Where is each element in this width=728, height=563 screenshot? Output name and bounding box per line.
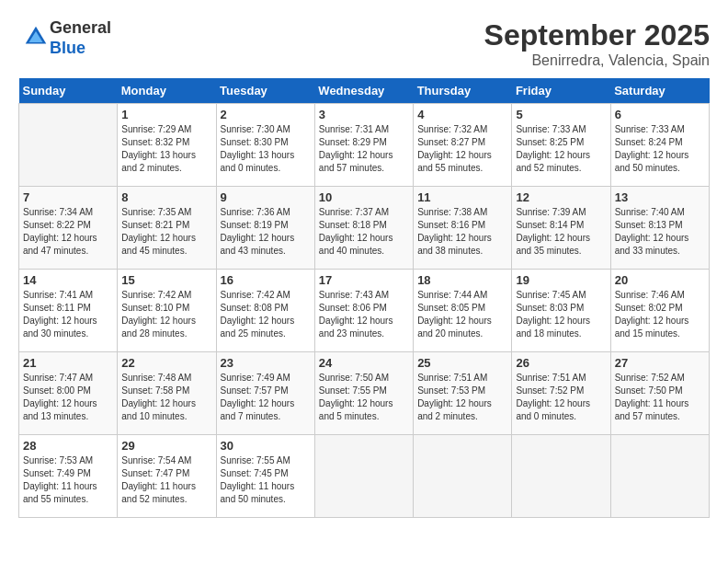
day-info: Sunrise: 7:54 AM Sunset: 7:47 PM Dayligh…	[121, 454, 211, 506]
day-of-week-thursday: Thursday	[414, 78, 512, 104]
day-info: Sunrise: 7:46 AM Sunset: 8:02 PM Dayligh…	[615, 289, 705, 340]
calendar-cell: 2Sunrise: 7:30 AM Sunset: 8:30 PM Daylig…	[216, 104, 314, 187]
day-info: Sunrise: 7:37 AM Sunset: 8:18 PM Dayligh…	[319, 206, 409, 258]
calendar-cell: 24Sunrise: 7:50 AM Sunset: 7:55 PM Dayli…	[314, 352, 413, 435]
calendar-cell: 23Sunrise: 7:49 AM Sunset: 7:57 PM Dayli…	[216, 352, 314, 435]
day-info: Sunrise: 7:49 AM Sunset: 7:57 PM Dayligh…	[221, 372, 311, 423]
day-number: 25	[417, 356, 507, 370]
day-info: Sunrise: 7:32 AM Sunset: 8:27 PM Dayligh…	[417, 123, 507, 175]
calendar-cell: 15Sunrise: 7:42 AM Sunset: 8:10 PM Dayli…	[118, 270, 216, 352]
calendar-cell: 20Sunrise: 7:46 AM Sunset: 8:02 PM Dayli…	[610, 270, 709, 352]
calendar-cell: 18Sunrise: 7:44 AM Sunset: 8:05 PM Dayli…	[414, 270, 512, 352]
day-number: 20	[615, 273, 705, 287]
day-number: 29	[121, 439, 211, 453]
week-row-4: 21Sunrise: 7:47 AM Sunset: 8:00 PM Dayli…	[19, 352, 710, 435]
day-info: Sunrise: 7:53 AM Sunset: 7:49 PM Dayligh…	[23, 454, 113, 506]
day-number: 3	[319, 108, 409, 121]
calendar-cell	[414, 435, 512, 518]
calendar-cell: 29Sunrise: 7:54 AM Sunset: 7:47 PM Dayli…	[118, 435, 216, 518]
day-number: 16	[221, 273, 311, 287]
day-info: Sunrise: 7:50 AM Sunset: 7:55 PM Dayligh…	[319, 372, 409, 423]
calendar-cell: 14Sunrise: 7:41 AM Sunset: 8:11 PM Dayli…	[19, 270, 118, 352]
calendar-cell: 21Sunrise: 7:47 AM Sunset: 8:00 PM Dayli…	[19, 352, 118, 435]
day-of-week-wednesday: Wednesday	[314, 78, 413, 104]
day-info: Sunrise: 7:31 AM Sunset: 8:29 PM Dayligh…	[319, 123, 409, 175]
calendar-cell: 25Sunrise: 7:51 AM Sunset: 7:53 PM Dayli…	[414, 352, 512, 435]
day-info: Sunrise: 7:39 AM Sunset: 8:14 PM Dayligh…	[516, 206, 606, 258]
calendar-cell: 7Sunrise: 7:34 AM Sunset: 8:22 PM Daylig…	[19, 187, 118, 270]
calendar-cell: 27Sunrise: 7:52 AM Sunset: 7:50 PM Dayli…	[610, 352, 709, 435]
day-number: 2	[221, 108, 311, 121]
day-info: Sunrise: 7:34 AM Sunset: 8:22 PM Dayligh…	[23, 206, 113, 258]
calendar-cell: 26Sunrise: 7:51 AM Sunset: 7:52 PM Dayli…	[512, 352, 610, 435]
day-number: 15	[121, 273, 211, 287]
page-header: General Blue September 2025 Benirredra, …	[18, 18, 710, 69]
calendar-cell: 12Sunrise: 7:39 AM Sunset: 8:14 PM Dayli…	[512, 187, 610, 270]
day-info: Sunrise: 7:42 AM Sunset: 8:08 PM Dayligh…	[221, 289, 311, 340]
day-of-week-saturday: Saturday	[610, 78, 709, 104]
logo: General Blue	[18, 18, 111, 58]
day-number: 1	[121, 108, 211, 121]
calendar-cell: 6Sunrise: 7:33 AM Sunset: 8:24 PM Daylig…	[610, 104, 709, 187]
calendar-body: 1Sunrise: 7:29 AM Sunset: 8:32 PM Daylig…	[19, 104, 710, 518]
day-number: 9	[221, 190, 311, 204]
day-info: Sunrise: 7:51 AM Sunset: 7:52 PM Dayligh…	[516, 372, 606, 423]
logo-blue: Blue	[50, 39, 85, 57]
day-number: 11	[417, 190, 507, 204]
calendar-cell	[610, 435, 709, 518]
day-number: 6	[615, 108, 705, 121]
day-info: Sunrise: 7:41 AM Sunset: 8:11 PM Dayligh…	[23, 289, 113, 340]
day-info: Sunrise: 7:42 AM Sunset: 8:10 PM Dayligh…	[121, 289, 211, 340]
calendar-cell: 4Sunrise: 7:32 AM Sunset: 8:27 PM Daylig…	[414, 104, 512, 187]
calendar-cell: 10Sunrise: 7:37 AM Sunset: 8:18 PM Dayli…	[314, 187, 413, 270]
day-number: 10	[319, 190, 409, 204]
day-number: 17	[319, 273, 409, 287]
day-info: Sunrise: 7:40 AM Sunset: 8:13 PM Dayligh…	[615, 206, 705, 258]
day-info: Sunrise: 7:35 AM Sunset: 8:21 PM Dayligh…	[121, 206, 211, 258]
day-info: Sunrise: 7:43 AM Sunset: 8:06 PM Dayligh…	[319, 289, 409, 340]
day-number: 22	[121, 356, 211, 370]
calendar-cell: 22Sunrise: 7:48 AM Sunset: 7:58 PM Dayli…	[118, 352, 216, 435]
day-info: Sunrise: 7:45 AM Sunset: 8:03 PM Dayligh…	[516, 289, 606, 340]
day-number: 19	[516, 273, 606, 287]
week-row-5: 28Sunrise: 7:53 AM Sunset: 7:49 PM Dayli…	[19, 435, 710, 518]
day-number: 12	[516, 190, 606, 204]
day-info: Sunrise: 7:33 AM Sunset: 8:25 PM Dayligh…	[516, 123, 606, 175]
location: Benirredra, Valencia, Spain	[484, 52, 710, 69]
day-number: 13	[615, 190, 705, 204]
calendar-cell: 3Sunrise: 7:31 AM Sunset: 8:29 PM Daylig…	[314, 104, 413, 187]
calendar-cell: 13Sunrise: 7:40 AM Sunset: 8:13 PM Dayli…	[610, 187, 709, 270]
month-title: September 2025	[484, 18, 710, 52]
day-info: Sunrise: 7:33 AM Sunset: 8:24 PM Dayligh…	[615, 123, 705, 175]
day-number: 24	[319, 356, 409, 370]
calendar-cell: 11Sunrise: 7:38 AM Sunset: 8:16 PM Dayli…	[414, 187, 512, 270]
day-number: 8	[121, 190, 211, 204]
calendar-header-row: SundayMondayTuesdayWednesdayThursdayFrid…	[19, 78, 710, 104]
day-info: Sunrise: 7:48 AM Sunset: 7:58 PM Dayligh…	[121, 372, 211, 423]
day-number: 4	[417, 108, 507, 121]
week-row-2: 7Sunrise: 7:34 AM Sunset: 8:22 PM Daylig…	[19, 187, 710, 270]
day-number: 27	[615, 356, 705, 370]
title-block: September 2025 Benirredra, Valencia, Spa…	[484, 18, 710, 69]
day-number: 5	[516, 108, 606, 121]
calendar-cell: 16Sunrise: 7:42 AM Sunset: 8:08 PM Dayli…	[216, 270, 314, 352]
day-info: Sunrise: 7:29 AM Sunset: 8:32 PM Dayligh…	[121, 123, 211, 175]
day-number: 18	[417, 273, 507, 287]
calendar-cell: 5Sunrise: 7:33 AM Sunset: 8:25 PM Daylig…	[512, 104, 610, 187]
logo-text: General Blue	[50, 18, 111, 58]
week-row-3: 14Sunrise: 7:41 AM Sunset: 8:11 PM Dayli…	[19, 270, 710, 352]
calendar-table: SundayMondayTuesdayWednesdayThursdayFrid…	[18, 78, 710, 518]
day-number: 28	[23, 439, 113, 453]
calendar-cell: 17Sunrise: 7:43 AM Sunset: 8:06 PM Dayli…	[314, 270, 413, 352]
calendar-cell: 30Sunrise: 7:55 AM Sunset: 7:45 PM Dayli…	[216, 435, 314, 518]
calendar-cell: 8Sunrise: 7:35 AM Sunset: 8:21 PM Daylig…	[118, 187, 216, 270]
calendar-cell: 1Sunrise: 7:29 AM Sunset: 8:32 PM Daylig…	[118, 104, 216, 187]
day-number: 30	[221, 439, 311, 453]
day-number: 7	[23, 190, 113, 204]
calendar-cell	[314, 435, 413, 518]
calendar-cell: 9Sunrise: 7:36 AM Sunset: 8:19 PM Daylig…	[216, 187, 314, 270]
day-of-week-friday: Friday	[512, 78, 610, 104]
day-number: 14	[23, 273, 113, 287]
day-info: Sunrise: 7:44 AM Sunset: 8:05 PM Dayligh…	[417, 289, 507, 340]
day-number: 26	[516, 356, 606, 370]
